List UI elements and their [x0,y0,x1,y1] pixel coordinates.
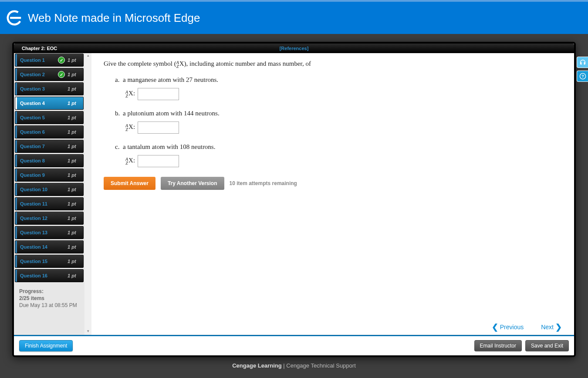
cengage-footer: Cengage Learning | Cengage Technical Sup… [12,357,576,369]
question-nav-points: 1 pt [68,216,83,221]
chevron-left-icon: ❮ [492,324,498,330]
question-nav-label: Question 4 [20,101,68,106]
question-nav-item-9[interactable]: Question 91 pt [15,169,84,182]
question-nav-points: 1 pt [68,201,83,206]
question-nav-item-8[interactable]: Question 81 pt [15,154,84,167]
previous-link[interactable]: ❮Previous [492,324,524,331]
question-nav-label: Question 2 [20,72,58,77]
headset-icon[interactable] [577,57,588,68]
question-nav-label: Question 3 [20,86,68,91]
symbol-label-a: AZX: [125,90,135,98]
assignment-frame: Chapter 2: EOC [References] Question 1✓1… [12,42,576,357]
part-c: c.a tantalum atom with 108 neutrons. [115,143,562,151]
question-nav-points: 1 pt [68,244,83,250]
question-content: Give the complete symbol (AZX), includin… [91,53,574,335]
progress-label: Progress: [19,288,44,294]
question-nav-label: Question 14 [20,244,68,250]
question-nav-item-10[interactable]: Question 101 pt [15,183,84,196]
try-another-version-button[interactable]: Try Another Version [161,177,224,190]
symbol-label-c: AZX: [125,157,135,165]
submit-answer-button[interactable]: Submit Answer [104,177,155,190]
question-nav-label: Question 9 [20,172,68,178]
part-b: b.a plutonium atom with 144 neutrons. [115,110,562,117]
question-nav-item-12[interactable]: Question 121 pt [15,212,84,225]
question-nav-points: 1 pt [68,158,83,163]
question-nav-item-4[interactable]: Question 41 pt [15,97,84,110]
question-nav-points: 1 pt [68,101,83,106]
question-nav-points: 1 pt [68,129,83,135]
progress-box: Progress: 2/25 items Due May 13 at 08:55… [14,284,84,313]
question-prompt: Give the complete symbol (AZX), includin… [104,60,562,68]
progress-due: Due May 13 at 08:55 PM [19,302,77,308]
chapter-label: Chapter 2: EOC [14,46,79,51]
question-nav-label: Question 8 [20,158,68,163]
question-nav-points: 1 pt [68,144,83,149]
question-nav-label: Question 16 [20,273,68,278]
question-nav-item-1[interactable]: Question 1✓1 pt [15,54,84,67]
question-nav-item-11[interactable]: Question 111 pt [15,197,84,210]
svg-text:?: ? [581,74,584,78]
references-link[interactable]: [References] [79,46,509,51]
question-nav-item-6[interactable]: Question 61 pt [15,125,84,138]
question-nav-item-5[interactable]: Question 51 pt [15,111,84,124]
answer-input-b[interactable] [138,122,179,134]
edge-title: Web Note made in Microsoft Edge [28,11,200,25]
answer-input-c[interactable] [138,155,179,167]
question-nav-item-7[interactable]: Question 71 pt [15,140,84,153]
question-nav-points: 1 pt [68,86,83,91]
cengage-brand: Cengage Learning [232,362,281,369]
scroll-down-icon[interactable]: ▾ [84,329,91,335]
question-nav-label: Question 15 [20,259,68,264]
question-nav-item-14[interactable]: Question 141 pt [15,240,84,253]
question-nav-item-15[interactable]: Question 151 pt [15,255,84,268]
email-instructor-button[interactable]: Email Instructor [474,340,522,351]
question-nav-label: Question 7 [20,144,68,149]
question-nav-label: Question 11 [20,201,68,206]
symbol-label-b: AZX: [125,123,135,132]
check-icon: ✓ [58,71,65,78]
question-sidebar: Question 1✓1 ptQuestion 2✓1 ptQuestion 3… [14,53,84,335]
question-nav-item-16[interactable]: Question 161 pt [15,269,84,282]
edge-icon [6,10,23,26]
question-nav-points: 1 pt [68,172,83,178]
question-nav-points: 1 pt [68,187,83,192]
save-and-exit-button[interactable]: Save and Exit [525,340,569,351]
chevron-right-icon: ❯ [555,324,562,330]
cengage-support-link[interactable]: Cengage Technical Support [286,362,356,369]
scroll-up-icon[interactable]: ▴ [84,53,91,59]
question-nav-points: 1 pt [68,72,83,77]
question-nav-label: Question 12 [20,216,68,221]
question-nav-label: Question 6 [20,129,68,135]
part-a: a.a manganese atom with 27 neutrons. [115,76,562,84]
question-nav-item-2[interactable]: Question 2✓1 pt [15,68,84,81]
answer-input-a[interactable] [138,88,179,100]
check-icon: ✓ [58,57,65,64]
question-nav-label: Question 13 [20,230,68,235]
finish-assignment-button[interactable]: Finish Assignment [19,340,73,351]
question-nav-item-13[interactable]: Question 131 pt [15,226,84,239]
help-icon[interactable]: ? [577,71,588,82]
question-nav-points: 1 pt [68,259,83,264]
question-nav-points: 1 pt [68,115,83,120]
question-nav-label: Question 5 [20,115,68,120]
progress-items: 2/25 items [19,295,44,301]
question-nav-label: Question 10 [20,187,68,192]
attempts-remaining: 10 item attempts remaining [230,180,297,186]
footer-bar: Finish Assignment Email Instructor Save … [14,336,574,355]
question-nav-label: Question 1 [20,57,58,63]
question-nav-item-3[interactable]: Question 31 pt [15,82,84,95]
chapter-bar: Chapter 2: EOC [References] [14,44,574,53]
edge-banner: Web Note made in Microsoft Edge [0,0,588,34]
question-nav-points: 1 pt [68,273,83,278]
sidebar-scrollbar[interactable]: ▴ ▾ [84,53,91,335]
question-nav-points: 1 pt [68,230,83,235]
question-nav-points: 1 pt [68,57,83,63]
next-link[interactable]: Next❯ [541,324,562,331]
